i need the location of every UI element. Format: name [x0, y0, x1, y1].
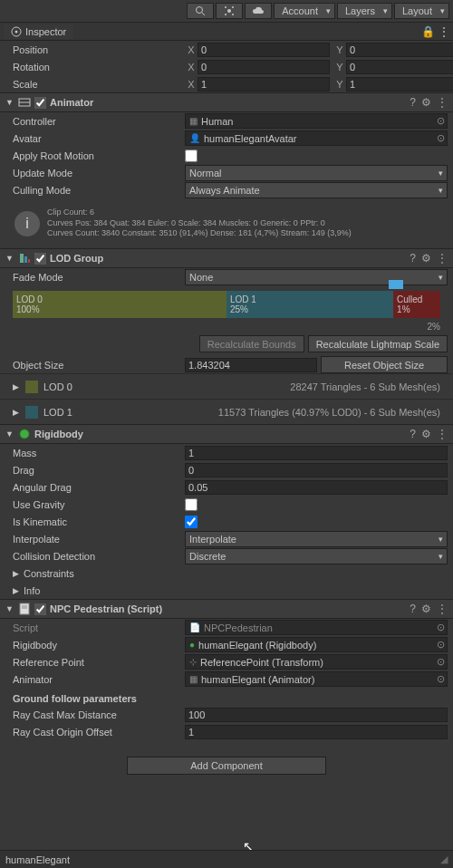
fold-icon[interactable]: ▼	[5, 604, 14, 613]
script-file-icon: 📄	[189, 622, 200, 632]
lod-bar[interactable]: LOD 0100% LOD 125% Culled1%	[0, 285, 453, 320]
rigidbody-title: Rigidbody	[34, 429, 406, 439]
info-label[interactable]: Info	[24, 585, 40, 596]
reset-object-size-button[interactable]: Reset Object Size	[321, 356, 448, 373]
root-motion-check[interactable]	[185, 149, 198, 162]
lod0-swatch	[25, 381, 38, 393]
lod1-entry[interactable]: ▶ LOD 1 11573 Triangles (40.97% LOD0) - …	[0, 399, 453, 424]
help-icon[interactable]: ?	[410, 428, 416, 440]
fold-icon[interactable]: ▶	[13, 586, 24, 595]
svg-point-3	[225, 6, 226, 8]
lod1-segment[interactable]: LOD 125%	[226, 291, 393, 318]
scale-y[interactable]	[346, 77, 453, 92]
object-size-input[interactable]	[185, 358, 317, 372]
rotation-y[interactable]	[346, 60, 453, 74]
menu-icon[interactable]: ⋮	[437, 96, 448, 109]
add-component-button[interactable]: Add Component	[127, 757, 326, 775]
ref-field[interactable]: ⊹ReferencePoint (Transform)⊙	[185, 654, 448, 670]
svg-point-5	[225, 14, 226, 15]
position-y[interactable]	[346, 43, 453, 57]
use-gravity-check[interactable]	[185, 498, 198, 511]
lock-icon[interactable]: 🔒	[421, 25, 435, 38]
root-motion-label: Apply Root Motion	[13, 150, 185, 161]
info-icon: i	[14, 211, 40, 236]
anim-field[interactable]: ▦humanElegant (Animator)⊙	[185, 671, 448, 687]
fold-icon[interactable]: ▶	[13, 408, 25, 417]
interpolate-dropdown[interactable]: Interpolate	[185, 531, 448, 547]
tab-menu-icon[interactable]: ⋮	[439, 25, 449, 38]
menu-icon[interactable]: ⋮	[437, 252, 448, 265]
angular-drag-input[interactable]	[185, 480, 448, 495]
culling-mode-dropdown[interactable]: Always Animate	[185, 182, 448, 198]
footer-path: humanElegant	[5, 854, 70, 865]
rotation-row: Rotation X Y Z	[0, 58, 453, 75]
svg-rect-12	[24, 256, 27, 263]
position-x[interactable]	[198, 43, 330, 57]
fold-icon[interactable]: ▼	[5, 429, 14, 439]
settings-button[interactable]	[216, 3, 243, 19]
picker-icon[interactable]: ⊙	[437, 115, 445, 127]
rb-label: Rigidbody	[13, 640, 185, 651]
resize-handle-icon[interactable]: ◢	[440, 854, 448, 865]
rigidbody-header[interactable]: ▼ Rigidbody ?⚙⋮	[0, 424, 453, 444]
rotation-x[interactable]	[198, 60, 330, 74]
picker-icon[interactable]: ⊙	[437, 673, 445, 685]
fold-icon[interactable]: ▶	[13, 569, 24, 578]
npc-header[interactable]: ▼ NPC Pedestrian (Script) ?⚙⋮	[0, 599, 453, 619]
svg-rect-11	[20, 254, 24, 263]
svg-point-8	[15, 30, 18, 33]
menu-icon[interactable]: ⋮	[437, 603, 448, 615]
cloud-button[interactable]	[245, 3, 272, 19]
lod-camera-icon[interactable]	[389, 280, 403, 289]
help-icon[interactable]: ?	[410, 96, 416, 109]
preset-icon[interactable]: ⚙	[421, 603, 431, 615]
scale-x[interactable]	[198, 77, 330, 92]
constraints-label[interactable]: Constraints	[24, 568, 74, 579]
culled-segment[interactable]: Culled1%	[393, 291, 440, 318]
fold-icon[interactable]: ▼	[5, 254, 14, 263]
mass-input[interactable]	[185, 446, 448, 460]
lodgroup-enable[interactable]	[34, 253, 46, 265]
layers-dropdown[interactable]: Layers	[337, 3, 392, 19]
recalc-bounds-button[interactable]: Recalculate Bounds	[199, 335, 304, 352]
ground-follow-header: Ground follow parameters	[0, 688, 453, 706]
tab-bar: Inspector 🔒 ⋮	[0, 23, 453, 41]
lodgroup-header[interactable]: ▼ LOD Group ?⚙⋮	[0, 248, 453, 268]
lod0-entry[interactable]: ▶ LOD 0 28247 Triangles - 6 Sub Mesh(es)	[0, 373, 453, 399]
preset-icon[interactable]: ⚙	[421, 428, 431, 440]
rb-field[interactable]: ●humanElegant (Rigidbody)⊙	[185, 637, 448, 652]
picker-icon[interactable]: ⊙	[437, 656, 445, 668]
controller-icon: ▦	[189, 116, 198, 126]
menu-icon[interactable]: ⋮	[437, 428, 448, 440]
tab-inspector[interactable]: Inspector	[4, 24, 73, 39]
controller-field[interactable]: ▦Human⊙	[185, 113, 448, 129]
help-icon[interactable]: ?	[410, 603, 416, 615]
layout-dropdown[interactable]: Layout	[394, 3, 449, 19]
npc-enable[interactable]	[34, 603, 46, 615]
avatar-field[interactable]: 👤humanElegantAvatar⊙	[185, 130, 448, 146]
update-mode-dropdown[interactable]: Normal	[185, 165, 448, 181]
help-icon[interactable]: ?	[410, 252, 416, 265]
animator-icon	[18, 96, 31, 109]
is-kinematic-check[interactable]	[185, 516, 198, 528]
animator-header[interactable]: ▼ Animator ?⚙⋮	[0, 92, 453, 112]
fade-mode-dropdown[interactable]: None	[185, 269, 448, 285]
picker-icon[interactable]: ⊙	[437, 622, 445, 633]
raydist-input[interactable]	[185, 708, 448, 722]
drag-input[interactable]	[185, 463, 448, 477]
rayoff-input[interactable]	[185, 725, 448, 739]
search-button[interactable]	[187, 3, 214, 19]
collision-detection-dropdown[interactable]: Discrete	[185, 548, 448, 564]
y-label: Y	[333, 44, 346, 55]
lod0-segment[interactable]: LOD 0100%	[13, 291, 226, 318]
fold-icon[interactable]: ▶	[13, 382, 25, 391]
animator-enable[interactable]	[34, 97, 46, 109]
svg-rect-13	[28, 259, 30, 263]
account-dropdown[interactable]: Account	[274, 3, 335, 19]
preset-icon[interactable]: ⚙	[421, 96, 431, 109]
fold-icon[interactable]: ▼	[5, 98, 14, 107]
picker-icon[interactable]: ⊙	[437, 639, 445, 651]
picker-icon[interactable]: ⊙	[437, 132, 445, 144]
recalc-lightmap-button[interactable]: Recalculate Lightmap Scale	[308, 335, 448, 352]
preset-icon[interactable]: ⚙	[421, 252, 431, 265]
